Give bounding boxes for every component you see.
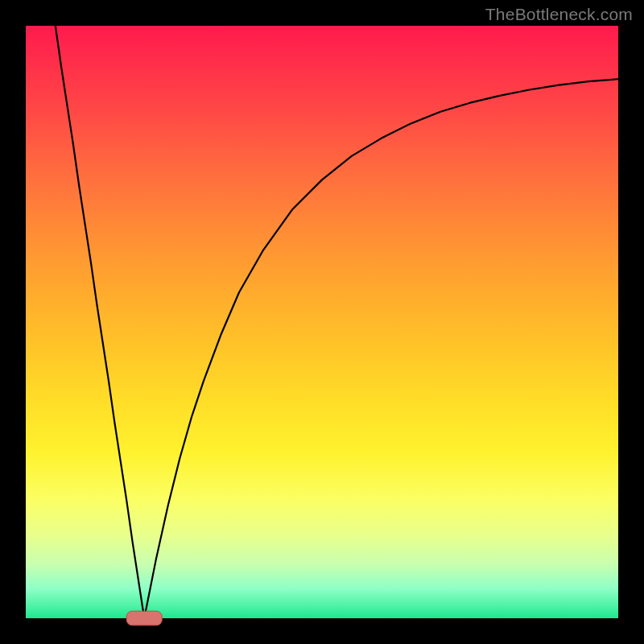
chart-frame: TheBottleneck.com xyxy=(0,0,644,644)
bottleneck-marker xyxy=(126,611,162,625)
plot-area xyxy=(26,26,618,618)
left-branch-line xyxy=(56,26,144,618)
watermark-text: TheBottleneck.com xyxy=(485,5,633,24)
right-branch-line xyxy=(144,79,618,618)
chart-svg xyxy=(26,26,618,618)
